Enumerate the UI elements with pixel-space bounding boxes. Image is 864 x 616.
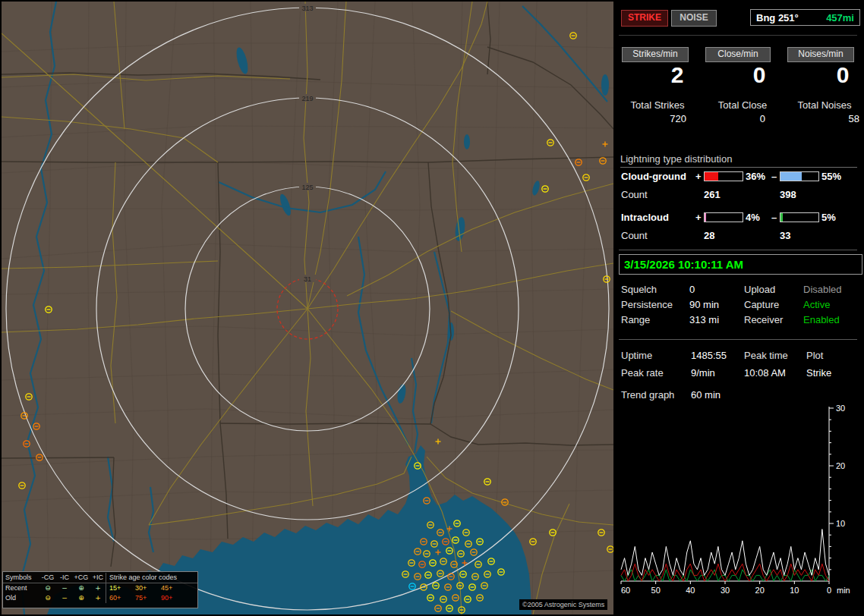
- cloud-ground-negative-count: 398: [780, 189, 796, 200]
- app-window: 31125219313 Symbols -CG -IC +CG +IC Stri…: [0, 0, 864, 616]
- legend-recent-row: Recent ⊖ − ⊕ + 15+ 30+ 45+: [3, 583, 197, 593]
- plot-label: Plot: [806, 350, 823, 361]
- divider: [619, 339, 857, 340]
- svg-text:20: 20: [836, 461, 845, 470]
- peak-time-label: Peak time: [744, 350, 788, 361]
- minus-sign: –: [771, 171, 777, 182]
- upload-status: Disabled: [803, 284, 842, 295]
- side-panel: STRIKE NOISE Bng 251° 457mi Strikes/min …: [616, 0, 864, 616]
- intracloud-label: Intracloud: [621, 212, 669, 223]
- strikes-per-min-value: 2: [639, 62, 715, 88]
- squelch-label: Squelch: [621, 284, 657, 295]
- persistence-value: 90 min: [689, 299, 719, 310]
- legend-header-row: Symbols -CG -IC +CG +IC Strike age color…: [3, 572, 197, 583]
- minus-icon: −: [57, 583, 72, 593]
- legend-old-row: Old ⊖ − ⊕ + 60+ 75+ 90+: [3, 593, 197, 603]
- plus-sign: +: [695, 212, 702, 223]
- svg-text:10: 10: [836, 519, 845, 528]
- plot-mode-value: Strike: [806, 367, 831, 379]
- noises-per-min-value: 0: [805, 62, 864, 88]
- legend-symbols-label: Symbols: [5, 573, 39, 583]
- age-code: 15+: [109, 583, 135, 593]
- persistence-label: Persistence: [621, 299, 673, 310]
- trend-graph-label: Trend graph: [621, 389, 674, 401]
- lightning-map[interactable]: 31125219313: [2, 2, 613, 614]
- plus-sign: +: [695, 171, 702, 182]
- total-noises-label: Total Noises: [785, 99, 864, 111]
- total-noises-value: 58: [814, 113, 859, 124]
- circle-minus-icon: ⊖: [39, 593, 57, 603]
- svg-text:313: 313: [301, 5, 313, 12]
- close-per-min-value: 0: [721, 62, 797, 88]
- uptime-label: Uptime: [621, 350, 652, 361]
- noise-indicator-button[interactable]: NOISE: [671, 10, 717, 27]
- distribution-section-title: Lightning type distribution: [620, 153, 857, 168]
- total-close-label: Total Close: [703, 99, 782, 111]
- minus-icon: −: [57, 593, 72, 603]
- cloud-ground-positive-pct: 36%: [746, 171, 765, 182]
- age-code: 45+: [161, 583, 187, 593]
- legend-old-label: Old: [5, 593, 39, 603]
- upload-label: Upload: [744, 284, 775, 295]
- map-panel: 31125219313 Symbols -CG -IC +CG +IC Stri…: [2, 2, 613, 614]
- intracloud-negative-bar: [780, 212, 819, 222]
- svg-text:0: 0: [827, 586, 831, 595]
- svg-text:219: 219: [301, 95, 313, 102]
- svg-text:10: 10: [790, 586, 799, 595]
- total-strikes-value: 720: [639, 113, 686, 124]
- bearing-readout: Bng 251° 457mi: [750, 9, 860, 26]
- peak-rate-value: 9/min: [691, 367, 715, 379]
- age-code: 60+: [109, 593, 135, 603]
- close-per-min-button[interactable]: Close/min: [705, 47, 771, 62]
- legend-age-title: Strike age color codes: [106, 573, 197, 583]
- age-code: 75+: [135, 593, 161, 603]
- receiver-status: Enabled: [803, 314, 840, 325]
- circle-plus-icon: ⊕: [72, 583, 90, 593]
- bearing-distance: 457mi: [826, 12, 854, 24]
- svg-text:30: 30: [836, 404, 845, 413]
- intracloud-positive-count: 28: [704, 230, 714, 241]
- trend-graph-window: 60 min: [691, 389, 721, 401]
- trend-graph-plot: 1020306050403020100min: [618, 404, 862, 599]
- map-legend: Symbols -CG -IC +CG +IC Strike age color…: [2, 571, 198, 608]
- squelch-value: 0: [689, 284, 695, 295]
- plus-icon: +: [90, 593, 106, 603]
- svg-text:31: 31: [304, 275, 311, 283]
- noises-per-min-button[interactable]: Noises/min: [787, 47, 854, 62]
- strike-indicator-button[interactable]: STRIKE: [621, 10, 668, 27]
- intracloud-negative-count: 33: [780, 230, 790, 241]
- total-close-value: 0: [723, 113, 765, 124]
- legend-pos-cg-label: +CG: [72, 573, 90, 583]
- cloud-ground-negative-pct: 55%: [821, 171, 841, 182]
- range-value: 313 mi: [689, 314, 719, 325]
- circle-minus-icon: ⊖: [39, 583, 57, 593]
- copyright-attribution: ©2005 Astrogenic Systems: [519, 599, 607, 610]
- count-label: Count: [621, 189, 648, 200]
- receiver-label: Receiver: [744, 314, 783, 325]
- svg-text:20: 20: [755, 586, 765, 595]
- intracloud-positive-pct: 4%: [746, 212, 760, 223]
- cloud-ground-positive-count: 261: [704, 189, 721, 200]
- capture-status: Active: [803, 299, 830, 310]
- svg-text:30: 30: [721, 586, 730, 595]
- legend-old-ages: 60+ 75+ 90+: [106, 593, 197, 603]
- strikes-per-min-button[interactable]: Strikes/min: [622, 47, 689, 62]
- svg-text:40: 40: [686, 586, 695, 595]
- count-label: Count: [621, 230, 648, 241]
- capture-label: Capture: [744, 299, 779, 310]
- divider: [619, 35, 857, 36]
- minus-sign: –: [771, 212, 777, 223]
- legend-pos-ic-label: +IC: [90, 573, 106, 583]
- legend-neg-ic-label: -IC: [57, 573, 72, 583]
- cloud-ground-label: Cloud-ground: [621, 171, 686, 182]
- trend-graph: 1020306050403020100min: [618, 404, 862, 599]
- total-strikes-label: Total Strikes: [618, 99, 697, 111]
- age-code: 30+: [135, 583, 161, 593]
- svg-text:125: 125: [301, 184, 313, 191]
- svg-text:50: 50: [651, 586, 661, 595]
- plus-icon: +: [90, 583, 106, 593]
- datetime-display: 3/15/2026 10:10:11 AM: [619, 254, 862, 275]
- peak-time-value: 10:08 AM: [744, 367, 786, 379]
- legend-recent-label: Recent: [5, 583, 39, 593]
- cloud-ground-positive-bar: [704, 171, 743, 181]
